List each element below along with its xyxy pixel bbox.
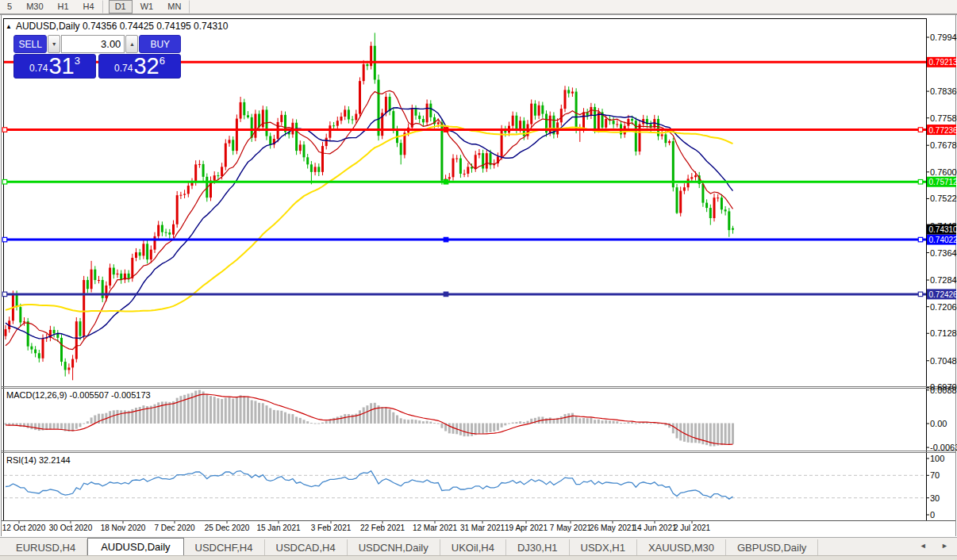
svg-text:0.008871: 0.008871 — [930, 385, 957, 395]
svg-text:2 Jul 2021: 2 Jul 2021 — [674, 524, 711, 532]
price-label-chip: 0.77236 — [927, 125, 957, 135]
svg-text:26 May 2021: 26 May 2021 — [590, 524, 636, 532]
svg-text:14 Jun 2021: 14 Jun 2021 — [632, 524, 676, 532]
status-strip — [0, 555, 957, 560]
svg-text:7 May 2021: 7 May 2021 — [550, 524, 592, 532]
line-handle[interactable] — [918, 292, 923, 297]
price-label-chip: 0.72426 — [927, 289, 957, 299]
volume-up-button[interactable]: ▲ — [125, 35, 138, 53]
svg-text:0.72426: 0.72426 — [929, 290, 957, 299]
sell-price-big: 31 — [48, 56, 74, 76]
svg-text:0.79940: 0.79940 — [930, 33, 957, 42]
svg-text:0.76000: 0.76000 — [930, 167, 957, 177]
svg-text:30: 30 — [930, 493, 940, 503]
line-handle[interactable] — [2, 237, 7, 242]
buy-price-big: 32 — [133, 56, 159, 76]
line-handle[interactable] — [918, 128, 923, 132]
line-handle[interactable] — [918, 237, 923, 242]
symbol-ohlc-text: AUDUSD,Daily 0.74356 0.74425 0.74195 0.7… — [16, 21, 229, 32]
svg-text:12 Oct 2020: 12 Oct 2020 — [2, 524, 46, 532]
price-label-chip: 0.75712 — [927, 177, 957, 187]
volume-down-button[interactable]: ▼ — [48, 35, 60, 53]
svg-text:-0.00632: -0.00632 — [930, 443, 957, 452]
chevron-up-icon: ▲ — [129, 41, 135, 47]
svg-text:30 Oct 2020: 30 Oct 2020 — [49, 524, 93, 532]
svg-text:0.75220: 0.75220 — [930, 194, 957, 203]
rsi-pane[interactable] — [4, 453, 926, 520]
buy-price-superscript: 6 — [160, 56, 165, 66]
chart-tab-usdcad[interactable]: USDCAD,H4 — [265, 539, 348, 556]
tab-scroll-arrows: ◄ ► — [920, 542, 955, 550]
chart-tab-usdx[interactable]: USDX,H1 — [570, 539, 637, 556]
line-handle[interactable] — [918, 179, 923, 184]
svg-text:0.76780: 0.76780 — [930, 140, 957, 150]
macd-indicator-label: MACD(12,26,9) -0.005507 -0.005173 — [6, 390, 151, 400]
svg-text:0.72060: 0.72060 — [930, 302, 957, 312]
svg-text:15 Jan 2021: 15 Jan 2021 — [256, 524, 300, 532]
price-label-chip: 0.74310 — [927, 224, 957, 235]
tabs-container: EURUSD,H4AUDUSD,DailyUSDCHF,H4USDCAD,H4U… — [0, 538, 818, 556]
line-handle[interactable] — [2, 128, 7, 132]
line-handle[interactable] — [2, 292, 7, 297]
chart-tab-xauusd[interactable]: XAUUSD,M30 — [637, 539, 726, 556]
one-click-trade-panel: SELL ▼ ▲ BUY 0.74 31 3 0.74 32 6 — [13, 35, 181, 79]
svg-text:19 Apr 2021: 19 Apr 2021 — [505, 524, 548, 532]
buy-button[interactable]: BUY — [139, 35, 181, 53]
chart-canvas[interactable]: 0.799400.783600.775800.767800.760000.752… — [0, 0, 957, 560]
svg-text:0: 0 — [930, 510, 935, 520]
symbol-header: ▲ AUDUSD,Daily 0.74356 0.74425 0.74195 0… — [6, 21, 228, 32]
svg-text:0.73640: 0.73640 — [930, 248, 957, 258]
svg-text:12 Mar 2021: 12 Mar 2021 — [413, 524, 458, 532]
chart-tab-ukoil[interactable]: UKOil,H4 — [440, 539, 506, 556]
sell-price-superscript: 3 — [75, 56, 80, 66]
svg-text:0.72840: 0.72840 — [930, 275, 957, 285]
svg-text:0.78360: 0.78360 — [930, 86, 957, 96]
svg-text:22 Feb 2021: 22 Feb 2021 — [360, 524, 405, 532]
svg-text:0.77236: 0.77236 — [929, 126, 957, 135]
scroll-left-icon[interactable]: ◄ — [920, 542, 933, 550]
svg-text:31 Mar 2021: 31 Mar 2021 — [460, 524, 505, 532]
volume-input[interactable] — [61, 35, 125, 53]
collapse-triangle-icon[interactable]: ▲ — [6, 23, 12, 30]
line-handle[interactable] — [444, 179, 448, 184]
line-handle[interactable] — [2, 179, 7, 184]
svg-text:0.00: 0.00 — [930, 419, 947, 428]
sell-price-prefix: 0.74 — [29, 60, 48, 76]
scroll-right-icon[interactable]: ► — [941, 542, 955, 550]
line-handle[interactable] — [444, 237, 448, 242]
price-label-chip: 0.79213 — [927, 57, 957, 67]
svg-text:18 Nov 2020: 18 Nov 2020 — [101, 524, 146, 532]
svg-text:0.79213: 0.79213 — [929, 58, 957, 67]
svg-text:7 Dec 2020: 7 Dec 2020 — [154, 524, 195, 532]
buy-price-prefix: 0.74 — [114, 60, 133, 76]
svg-text:70: 70 — [930, 470, 940, 480]
chart-tab-usdcnh[interactable]: USDCNH,Daily — [348, 539, 440, 556]
sell-price-box[interactable]: 0.74 31 3 — [13, 54, 96, 79]
sell-button[interactable]: SELL — [13, 35, 47, 53]
chart-tab-eurusd[interactable]: EURUSD,H4 — [5, 539, 87, 556]
chart-tab-audusd[interactable]: AUDUSD,Daily — [87, 538, 183, 556]
line-handle[interactable] — [444, 128, 448, 132]
chart-tab-usdchf[interactable]: USDCHF,H4 — [184, 539, 265, 556]
chevron-down-icon: ▼ — [52, 41, 57, 47]
chart-tab-dj30[interactable]: DJ30,H1 — [506, 539, 570, 556]
svg-text:0.75712: 0.75712 — [929, 178, 957, 186]
svg-text:0.70480: 0.70480 — [930, 356, 957, 366]
mt4-window: 5M30H1H4D1W1MN 0.799400.783600.775800.76… — [0, 0, 957, 560]
svg-text:100: 100 — [930, 454, 944, 463]
svg-text:3 Feb 2021: 3 Feb 2021 — [311, 524, 352, 532]
chart-tab-bar: EURUSD,H4AUDUSD,DailyUSDCHF,H4USDCAD,H4U… — [0, 537, 957, 556]
chart-tab-gbpusd[interactable]: GBPUSD,Daily — [726, 539, 818, 556]
price-label-chip: 0.74022 — [927, 235, 957, 245]
svg-text:0.74022: 0.74022 — [929, 236, 957, 244]
svg-text:0.77580: 0.77580 — [930, 113, 957, 123]
rsi-indicator-label: RSI(14) 32.2144 — [6, 455, 71, 465]
svg-text:0.71280: 0.71280 — [930, 328, 957, 338]
buy-price-box[interactable]: 0.74 32 6 — [98, 54, 181, 79]
svg-text:25 Dec 2020: 25 Dec 2020 — [205, 524, 250, 532]
svg-text:0.74310: 0.74310 — [929, 225, 957, 234]
line-handle[interactable] — [444, 292, 448, 297]
